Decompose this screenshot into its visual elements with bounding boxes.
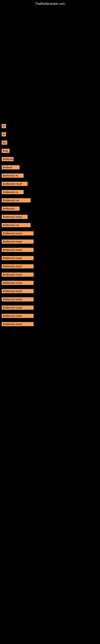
bottleneck-result-label: Bottlene xyxy=(1,165,20,170)
bottleneck-result-label: Bottleneck re xyxy=(1,190,24,194)
bottleneck-result-label: Bottleneck xyxy=(1,206,20,211)
list-item: Bottleneck re xyxy=(1,190,99,194)
list-item: Bottlene xyxy=(1,165,99,170)
list-item: Bottleneck result xyxy=(1,314,99,318)
list-item: Bo xyxy=(1,140,99,145)
bottleneck-result-label: Bottleneck result xyxy=(1,215,28,219)
list-item: Bottleneck result xyxy=(1,264,99,268)
list-item: Bottleneck result xyxy=(1,215,99,219)
bottleneck-result-label: Bottleneck result xyxy=(1,264,34,268)
bottleneck-result-label: Bottleneck result xyxy=(1,281,34,285)
bottleneck-result-label: Bottleneck re xyxy=(1,174,24,178)
list-item: Bottleneck result xyxy=(1,248,99,252)
bottleneck-result-label: B xyxy=(1,124,6,128)
bottleneck-result-label: Bottleneck res xyxy=(1,223,31,227)
list-item: B xyxy=(1,132,99,136)
list-item: B xyxy=(1,124,99,128)
list-item: Bottleneck result xyxy=(1,289,99,293)
list-item: Bottleneck result xyxy=(1,322,99,326)
bottleneck-result-label: Bottleneck res xyxy=(1,198,31,202)
bottleneck-result-label: B xyxy=(1,132,6,136)
list-item: Bottl xyxy=(1,149,99,153)
bottleneck-result-label: Bottleneck result xyxy=(1,289,34,293)
bottleneck-result-label: Bottleneck result xyxy=(1,240,34,244)
bottleneck-result-label: Bo xyxy=(1,140,7,145)
bottleneck-result-label: Bottleneck result xyxy=(1,256,34,260)
bottleneck-result-label: Bottl xyxy=(1,149,10,153)
bottleneck-result-label: Bottleneck result xyxy=(1,306,34,310)
site-title: TheBottlenecker.com xyxy=(0,0,100,7)
list-item: Bottleneck result xyxy=(1,306,99,310)
bottleneck-result-label: Bottleneck result xyxy=(1,248,34,252)
list-item: Bottleneck result xyxy=(1,240,99,244)
list-item: Bottleneck result xyxy=(1,272,99,277)
list-item: Bottleneck re xyxy=(1,174,99,178)
bottleneck-result-label: Bottleneck result xyxy=(1,231,34,236)
list-item: Bottleneck result xyxy=(1,182,99,186)
list-item: Bottleneck result xyxy=(1,281,99,285)
results-list: BBBoBottlBottleneck rBottleneBottleneck … xyxy=(0,124,100,330)
list-item: Bottleneck res xyxy=(1,223,99,227)
bottleneck-result-label: Bottleneck result xyxy=(1,314,34,318)
bottleneck-result-label: Bottleneck result xyxy=(1,182,28,186)
list-item: Bottleneck xyxy=(1,206,99,211)
list-item: Bottleneck result xyxy=(1,256,99,260)
list-item: Bottleneck res xyxy=(1,198,99,202)
site-title-container: TheBottlenecker.com xyxy=(0,0,100,7)
bottleneck-result-label: Bottleneck result xyxy=(1,272,34,277)
list-item: Bottleneck r xyxy=(1,157,99,161)
bottleneck-result-label: Bottleneck result xyxy=(1,322,34,326)
bottleneck-result-label: Bottleneck r xyxy=(1,157,14,161)
list-item: Bottleneck result xyxy=(1,297,99,302)
list-item: Bottleneck result xyxy=(1,231,99,236)
bottleneck-result-label: Bottleneck result xyxy=(1,297,34,302)
